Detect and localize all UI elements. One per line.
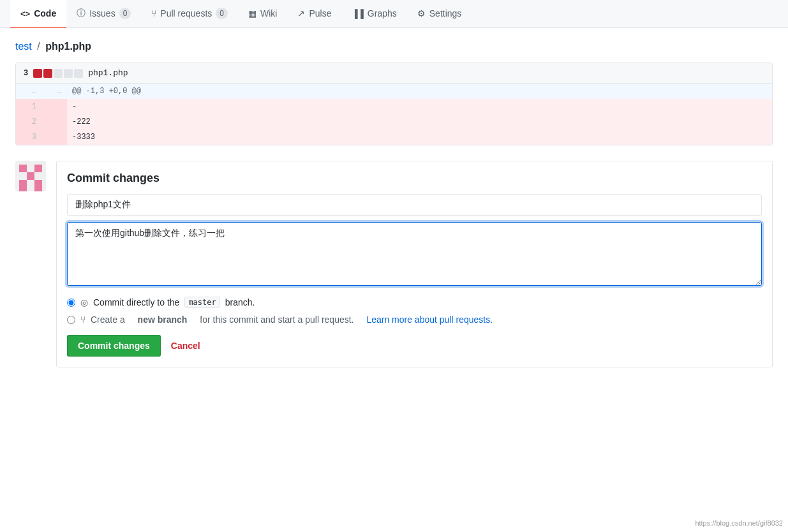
main-content: test / php1.php 3 php1.php … … @@ -1,3 +	[0, 28, 788, 380]
diff-block-5	[74, 69, 83, 78]
svg-rect-11	[34, 188, 42, 191]
commit-message-input[interactable]	[67, 194, 762, 216]
settings-icon: ⚙	[417, 8, 426, 18]
diff-filename: php1.php	[88, 68, 128, 78]
tab-pulse[interactable]: ↗ Pulse	[287, 0, 341, 28]
diff-container: 3 php1.php … … @@ -1,3 +0,0 @@ 1	[15, 63, 773, 145]
hunk-num-old: …	[16, 84, 41, 99]
line-new-num-3	[41, 129, 67, 145]
commit-options: ◎ Commit directly to the master branch. …	[67, 297, 762, 325]
breadcrumb-repo[interactable]: test	[15, 41, 32, 52]
avatar	[15, 161, 46, 193]
breadcrumb: test / php1.php	[15, 41, 773, 52]
diff-block-3	[54, 69, 63, 78]
tab-pulse-label: Pulse	[309, 8, 331, 18]
svg-rect-10	[19, 188, 27, 191]
issues-badge: 0	[119, 8, 131, 19]
pulse-icon: ↗	[297, 8, 305, 18]
option1-prefix: Commit directly to the	[93, 297, 179, 307]
tab-code[interactable]: <> Code	[10, 0, 66, 28]
pr-icon: ⑂	[151, 8, 156, 18]
code-icon: <>	[20, 9, 30, 18]
tab-issues-label: Issues	[89, 8, 115, 18]
tab-graphs[interactable]: ▐▐ Graphs	[341, 0, 406, 28]
tab-code-label: Code	[34, 8, 56, 18]
cancel-button[interactable]: Cancel	[168, 336, 203, 356]
diff-block-4	[64, 69, 73, 78]
line-content-1: -	[67, 99, 772, 114]
issues-icon: ⓘ	[77, 8, 85, 19]
svg-rect-6	[27, 165, 34, 172]
learn-more-link[interactable]: Learn more about pull requests.	[366, 314, 493, 325]
diff-stat-num: 3	[24, 69, 28, 78]
diff-stat-blocks	[33, 69, 83, 78]
diff-header: 3 php1.php	[16, 63, 772, 84]
tab-wiki-label: Wiki	[260, 8, 277, 18]
commit-form: Commit changes ◎ Commit directly to the …	[56, 161, 773, 367]
line-old-num-2: 2	[16, 114, 41, 129]
svg-rect-4	[19, 180, 27, 188]
tab-wiki[interactable]: ▦ Wiki	[238, 0, 287, 28]
pr-icon2: ⑂	[80, 314, 85, 325]
svg-rect-5	[34, 180, 42, 188]
tab-settings[interactable]: ⚙ Settings	[407, 0, 472, 28]
diff-hunk-row: … … @@ -1,3 +0,0 @@	[16, 84, 772, 99]
tab-settings-label: Settings	[429, 8, 462, 18]
hunk-num-new: …	[41, 84, 67, 99]
table-row: 2 -222	[16, 114, 772, 129]
breadcrumb-file: php1.php	[45, 41, 91, 52]
hunk-header-text: @@ -1,3 +0,0 @@	[67, 84, 772, 99]
svg-rect-7	[19, 172, 27, 180]
diff-block-1	[33, 69, 42, 78]
tab-issues[interactable]: ⓘ Issues 0	[66, 0, 141, 28]
commit-icon: ◎	[80, 297, 88, 307]
line-content-3: -3333	[67, 129, 772, 145]
commit-section: Commit changes ◎ Commit directly to the …	[15, 161, 773, 367]
svg-rect-3	[27, 172, 34, 180]
option2-label2: for this commit and start a pull request…	[200, 314, 353, 325]
svg-rect-8	[34, 172, 42, 180]
option1-suffix: branch.	[225, 297, 255, 307]
line-old-num-1: 1	[16, 99, 41, 114]
radio-new-branch[interactable]	[67, 316, 75, 324]
line-new-num-1	[41, 99, 67, 114]
tab-pull-requests[interactable]: ⑂ Pull requests 0	[141, 0, 238, 28]
line-old-num-3: 3	[16, 129, 41, 145]
commit-option-direct[interactable]: ◎ Commit directly to the master branch.	[67, 297, 762, 308]
tab-graphs-label: Graphs	[368, 8, 397, 18]
commit-description-textarea[interactable]	[67, 222, 762, 286]
option2-bold: new branch	[138, 314, 188, 325]
svg-rect-1	[19, 165, 27, 172]
diff-table: … … @@ -1,3 +0,0 @@ 1 - 2 -222	[16, 84, 772, 145]
line-content-2: -222	[67, 114, 772, 129]
nav-tabs: <> Code ⓘ Issues 0 ⑂ Pull requests 0 ▦ W…	[0, 0, 788, 28]
svg-rect-9	[27, 180, 34, 188]
svg-rect-2	[34, 165, 42, 172]
commit-form-title: Commit changes	[67, 172, 762, 185]
table-row: 1 -	[16, 99, 772, 114]
graphs-icon: ▐▐	[352, 9, 363, 18]
commit-actions: Commit changes Cancel	[67, 335, 762, 357]
branch-badge: master	[184, 297, 219, 308]
tab-pr-label: Pull requests	[160, 8, 212, 18]
table-row: 3 -3333	[16, 129, 772, 145]
commit-button[interactable]: Commit changes	[67, 335, 161, 357]
commit-option-branch[interactable]: ⑂ Create a new branch for this commit an…	[67, 314, 762, 325]
diff-block-2	[43, 69, 52, 78]
breadcrumb-separator: /	[37, 41, 40, 52]
option2-label: Create a	[91, 314, 125, 325]
wiki-icon: ▦	[248, 8, 256, 18]
pr-badge: 0	[216, 8, 228, 19]
radio-direct[interactable]	[67, 299, 75, 307]
line-new-num-2	[41, 114, 67, 129]
